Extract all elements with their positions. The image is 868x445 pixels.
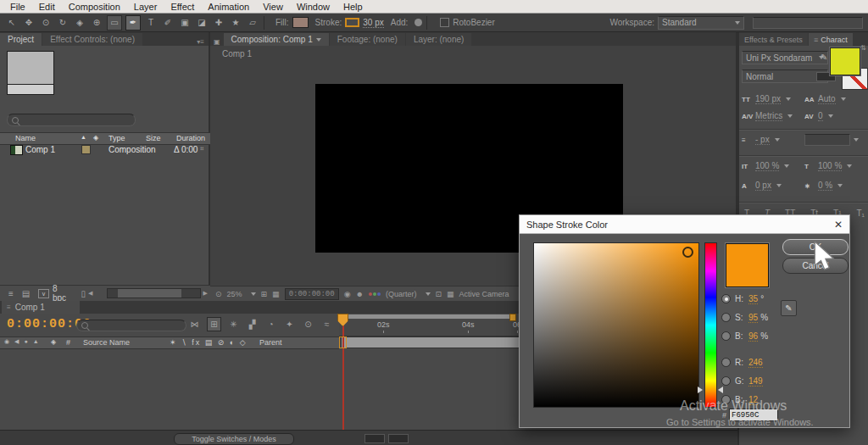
video-eye-icon[interactable]: ◉ [4, 338, 9, 345]
saturation-row[interactable]: S: 95 % [721, 312, 823, 323]
horizontal-scale-value[interactable]: 100 % [818, 161, 842, 171]
menu-item[interactable]: Animation [201, 2, 256, 12]
font-family-dropdown[interactable]: Uni Px Sondaram [742, 51, 828, 64]
puppet-pin-tool[interactable]: ✚ [212, 16, 225, 30]
chevron-down-icon[interactable] [828, 114, 833, 118]
zoom-out-frames-icon[interactable] [364, 434, 385, 443]
zoom-level[interactable]: 25% [227, 290, 242, 298]
chevron-down-icon[interactable] [847, 164, 852, 168]
fill-color-swatch[interactable] [292, 17, 309, 28]
lock-icon[interactable]: ▣ [210, 38, 224, 46]
menu-item[interactable]: File [3, 2, 32, 12]
snapshot-icon[interactable]: ◉ [344, 290, 351, 298]
rotation-tool[interactable]: ↻ [56, 16, 70, 30]
stroke-type-dropdown[interactable] [804, 134, 850, 146]
menu-item[interactable]: Layer [127, 2, 164, 12]
eyedropper-button[interactable]: ✎ [781, 300, 797, 316]
hand-tool[interactable]: ✥ [22, 16, 36, 30]
lock-icon[interactable]: ▲ [33, 338, 39, 345]
component-value[interactable]: 95 [748, 313, 758, 323]
scrollbar-thumb[interactable] [118, 289, 181, 298]
motion-blur-icon[interactable]: ✦ [283, 318, 296, 331]
transparency-grid-icon[interactable]: ▦ [272, 290, 280, 298]
graph-editor-icon[interactable]: ≈ [320, 318, 333, 331]
table-row[interactable]: Comp 1 Composition Δ 0:00 ⌗ [0, 144, 210, 156]
eraser-tool[interactable]: ◪ [195, 16, 209, 30]
component-value[interactable]: 12 [748, 395, 758, 405]
scroll-left-icon[interactable]: ◀ [88, 290, 92, 297]
vertical-scale-value[interactable]: 100 % [755, 161, 779, 171]
work-area-end-handle[interactable] [509, 314, 516, 321]
chevron-down-icon[interactable] [841, 97, 846, 101]
hex-input[interactable] [729, 409, 778, 421]
safe-areas-icon[interactable]: ⊞ [261, 290, 268, 298]
parent-header[interactable]: Parent [259, 338, 282, 347]
viewer-timecode[interactable]: 0:00:00:00 [285, 288, 339, 300]
baseline-shift-value[interactable]: 0 px [755, 181, 771, 191]
frame-blend-icon[interactable]: ◔ [264, 318, 277, 331]
auto-keyframe-icon[interactable]: ⊙ [302, 318, 314, 331]
zoom-in-frames-icon[interactable] [388, 434, 409, 443]
swap-fill-stroke-icon[interactable]: ⇅ [860, 44, 866, 52]
chevron-down-icon[interactable] [251, 292, 256, 296]
tab-project[interactable]: Project [0, 33, 42, 46]
chevron-down-icon[interactable] [775, 138, 780, 142]
tab-character[interactable]: ≡ Charact [809, 33, 853, 46]
tag-icon[interactable]: ◈ [93, 134, 98, 142]
tab-timeline-comp1[interactable]: ≡ Comp 1 [2, 301, 80, 314]
stroke-width-value[interactable]: 30 px [363, 18, 383, 28]
eyedropper-icon[interactable]: ✎ [821, 53, 827, 62]
tracking-value[interactable]: 0 [818, 111, 823, 121]
sort-icon[interactable]: ▲ [81, 134, 86, 140]
tab-composition[interactable]: Composition: Comp 1 [224, 33, 329, 46]
tsume-value[interactable]: 0 % [818, 181, 832, 191]
radio-button[interactable] [721, 358, 731, 367]
add-icon[interactable] [415, 19, 422, 26]
rotobezier-checkbox[interactable] [440, 18, 449, 27]
column-size[interactable]: Size [146, 134, 161, 142]
brush-tool[interactable]: ✐ [161, 16, 175, 30]
green-row[interactable]: G: 149 [721, 375, 823, 387]
solo-icon[interactable]: ● [25, 338, 28, 345]
text-fill-color-swatch[interactable] [830, 47, 860, 75]
chevron-down-icon[interactable] [784, 164, 789, 168]
dialog-title-bar[interactable]: Shape Stroke Color ✕ [520, 215, 849, 234]
show-snapshot-icon[interactable]: ☻ [356, 290, 364, 298]
pan-behind-tool[interactable]: ⊕ [90, 16, 103, 30]
column-name[interactable]: Name [15, 134, 36, 142]
shape-tool[interactable]: ▭ [107, 15, 122, 31]
scroll-right-icon[interactable]: ▶ [203, 290, 208, 297]
component-value[interactable]: 35 [748, 294, 758, 304]
region-of-interest-icon[interactable]: ⊡ [436, 290, 442, 298]
selection-tool[interactable]: ↖ [5, 16, 19, 30]
hue-slider-left-arrow[interactable] [698, 387, 703, 393]
work-area-bar[interactable] [341, 314, 515, 319]
chevron-down-icon[interactable] [426, 292, 431, 296]
faux-style-button[interactable]: T₁ [856, 209, 864, 218]
column-type[interactable]: Type [108, 134, 125, 142]
leading-value[interactable]: Auto [818, 94, 836, 104]
component-value[interactable]: 246 [748, 358, 763, 368]
timeline-search-input[interactable] [76, 320, 186, 331]
source-name-header[interactable]: Source Name [83, 338, 130, 347]
hue-row[interactable]: H: 35 ° [721, 293, 823, 304]
brightness-row[interactable]: B: 96 % [721, 331, 823, 342]
chevron-down-icon[interactable] [837, 184, 843, 187]
blue-row[interactable]: B: 12 [721, 394, 823, 405]
active-view-label[interactable]: Active Camera [459, 290, 509, 298]
radio-button[interactable] [721, 313, 731, 322]
star-tool[interactable]: ★ [229, 16, 242, 30]
menu-item[interactable]: Effect [164, 2, 201, 12]
color-selector-ring[interactable] [682, 247, 693, 258]
panel-menu-icon[interactable]: ▾≡ [192, 38, 209, 46]
show-channel-icon[interactable] [369, 292, 381, 296]
clone-stamp-tool[interactable]: ▣ [178, 16, 192, 30]
new-folder-icon[interactable]: ▤ [22, 289, 30, 298]
horizontal-scrollbar[interactable] [107, 288, 200, 298]
chevron-down-icon[interactable] [787, 114, 793, 118]
menu-item[interactable]: Window [290, 2, 337, 12]
type-tool[interactable]: T [144, 16, 158, 30]
audio-icon[interactable]: ◀ [14, 338, 19, 345]
red-row[interactable]: R: 246 [721, 357, 823, 368]
hue-slider[interactable] [704, 242, 717, 408]
